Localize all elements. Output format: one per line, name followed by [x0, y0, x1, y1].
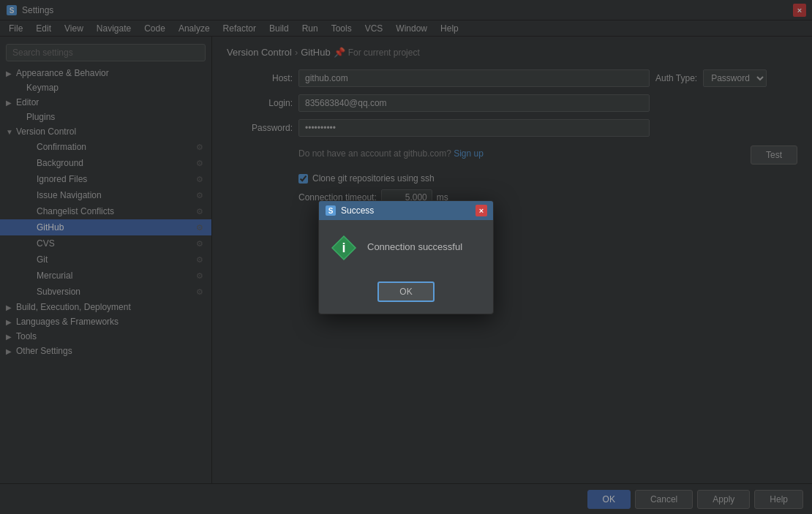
modal-close-button[interactable]: × — [475, 205, 487, 216]
modal-overlay: S Success × i Connection successful OK — [0, 0, 812, 514]
modal-ok-button[interactable]: OK — [377, 281, 434, 302]
modal-title-bar: S Success × — [319, 201, 493, 220]
modal-title-icon: S — [325, 205, 337, 216]
success-modal: S Success × i Connection successful OK — [318, 200, 494, 314]
modal-title: Success — [341, 205, 471, 216]
modal-footer: OK — [319, 276, 493, 314]
svg-text:S: S — [328, 207, 334, 215]
svg-text:i: i — [342, 241, 345, 255]
modal-info-icon: i — [331, 235, 357, 261]
modal-body: i Connection successful — [319, 220, 493, 276]
modal-message: Connection successful — [367, 241, 462, 254]
